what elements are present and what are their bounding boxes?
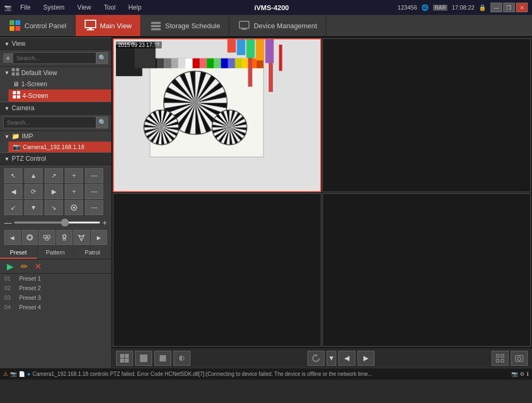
username-display: 123456 [397, 4, 417, 11]
ptz-left[interactable]: ◀ [4, 184, 22, 199]
ptz-up[interactable]: ▲ [24, 168, 43, 183]
menu-system[interactable]: System [39, 4, 69, 11]
default-view-item[interactable]: ▼ Default View [0, 67, 111, 79]
settings-right-icon[interactable]: ⚙ [520, 371, 525, 377]
list-item[interactable]: 04 Preset 4 [0, 302, 111, 312]
info-icon-blue: ● [27, 371, 30, 377]
ptz-down[interactable]: ▼ [24, 200, 43, 215]
tab-bar: Control Panel Main View Storage Schedule [0, 15, 532, 37]
stop-all-btn[interactable] [135, 351, 152, 366]
sidebar-inner: ▼ View + 🔍 ▼ [0, 37, 111, 368]
ptz-stop[interactable]: ⟳ [24, 184, 43, 199]
menu-help[interactable]: Help [124, 4, 146, 11]
ptz-left-up[interactable]: ↖ [4, 168, 22, 183]
ptz-extra-next[interactable]: ▶ [91, 230, 107, 245]
video-cell-1[interactable]: 2015 09 23 17:?? [113, 38, 321, 192]
ptz-zoom-out[interactable]: — [85, 168, 103, 183]
fullscreen-btn[interactable] [492, 351, 509, 366]
ptz-right-up[interactable]: ↗ [45, 168, 63, 183]
ptz-extra-prev[interactable]: ◀ [4, 230, 21, 245]
window-controls[interactable]: — ❐ ✕ [491, 3, 528, 12]
ptz-light[interactable] [56, 230, 73, 245]
ptz-auto-scan[interactable] [22, 230, 38, 245]
svg-rect-29 [120, 354, 124, 358]
next-btn[interactable]: ▶ [358, 351, 375, 366]
pattern-tab[interactable]: Pattern [37, 247, 74, 259]
tab-control-panel[interactable]: Control Panel [0, 15, 76, 36]
multiscreen-icon [13, 91, 20, 100]
preset-delete-btn[interactable]: ✕ [32, 261, 44, 271]
patrol-tab[interactable]: Patrol [74, 247, 111, 259]
camera-right-icon[interactable]: 📷 [511, 371, 518, 377]
svg-rect-31 [120, 359, 124, 363]
ptz-zoom-in[interactable]: + [65, 168, 83, 183]
svg-rect-26 [45, 238, 48, 240]
audio-btn[interactable] [173, 351, 190, 366]
info-right-icon[interactable]: ℹ [527, 371, 529, 377]
prev-btn[interactable]: ◀ [338, 351, 355, 366]
status-bar: ⚠ 📷 📄 ● Camera1_192.168.1.18 controls PT… [0, 368, 532, 380]
snapshot-btn[interactable] [511, 351, 528, 366]
view-search-button[interactable]: 🔍 [96, 52, 108, 64]
video-cell-3[interactable] [113, 193, 321, 347]
ptz-right[interactable]: ▶ [45, 184, 63, 199]
svg-point-21 [73, 207, 75, 209]
refresh-btn[interactable] [307, 351, 325, 366]
ptz-left-down[interactable]: ↙ [4, 200, 22, 215]
ptz-wiper[interactable] [73, 230, 90, 245]
svg-rect-39 [496, 359, 499, 362]
ptz-right-down[interactable]: ↘ [45, 200, 63, 215]
stop-btn[interactable] [154, 351, 171, 366]
screen-1-item[interactable]: 🖥 1-Screen [9, 79, 111, 89]
camera-section-header[interactable]: ▼ Camera [0, 102, 111, 114]
sidebar: ▼ View + 🔍 ▼ [0, 37, 112, 368]
menu-view[interactable]: View [73, 4, 95, 11]
camera-section-label: Camera [12, 104, 35, 112]
menu-file[interactable]: File [16, 4, 35, 11]
ptz-section-header[interactable]: ▼ PTZ Control [0, 152, 111, 165]
ptz-iris-open[interactable] [65, 200, 83, 215]
ptz-focus-out[interactable]: — [85, 184, 103, 199]
start-all-btn[interactable] [116, 351, 133, 366]
list-item[interactable]: 03 Preset 3 [0, 293, 111, 302]
video-cell-4[interactable] [322, 193, 531, 347]
svg-rect-32 [125, 359, 129, 363]
svg-rect-25 [47, 235, 50, 238]
svg-rect-14 [12, 72, 15, 76]
preset-play-btn[interactable]: ▶ [4, 261, 16, 271]
restore-button[interactable]: ❐ [503, 3, 515, 12]
tab-main-view[interactable]: Main View [76, 15, 141, 36]
svg-rect-3 [15, 26, 20, 31]
storage-icon [149, 19, 162, 32]
camera-canvas-1 [114, 39, 320, 191]
speed-slider[interactable] [14, 221, 101, 224]
preset-tab[interactable]: Preset [0, 247, 37, 259]
svg-rect-2 [10, 26, 14, 31]
ptz-iris-close[interactable]: — [85, 200, 103, 215]
tab-device-management[interactable]: Device Management [229, 15, 326, 36]
video-cell-2[interactable] [322, 38, 531, 192]
view-search-input[interactable] [13, 52, 96, 64]
camera-search-input[interactable] [3, 117, 96, 128]
screen-4-item[interactable]: 4-Screen [9, 89, 111, 102]
menu-tool[interactable]: Tool [99, 4, 120, 11]
expand-imp-icon: ▼ [4, 134, 10, 139]
list-item[interactable]: 01 Preset 1 [0, 274, 111, 283]
minimize-button[interactable]: — [491, 3, 502, 12]
camera-search-button[interactable]: 🔍 [96, 117, 108, 128]
ptz-preset-tour[interactable] [39, 230, 55, 245]
close-button[interactable]: ✕ [516, 3, 528, 12]
title-bar: 📷 File System View Tool Help iVMS-4200 1… [0, 0, 532, 15]
camera1-item[interactable]: 📷 Camera1_192.168.1.18 [9, 142, 111, 152]
imp-group-item[interactable]: ▼ 📁 IMP [0, 131, 111, 142]
tab-storage-schedule[interactable]: Storage Schedule [141, 15, 229, 36]
preset-controls: ▶ ✏ ✕ [0, 259, 111, 274]
view-section-header[interactable]: ▼ View [0, 37, 111, 50]
ptz-focus-in[interactable]: + [65, 184, 83, 199]
add-view-button[interactable]: + [3, 53, 13, 63]
preset-edit-btn[interactable]: ✏ [18, 261, 30, 271]
refresh-dropdown-btn[interactable]: ▼ [327, 351, 336, 366]
list-item[interactable]: 02 Preset 2 [0, 283, 111, 293]
network-icon: 🌐 [421, 4, 429, 11]
svg-rect-34 [160, 355, 166, 361]
